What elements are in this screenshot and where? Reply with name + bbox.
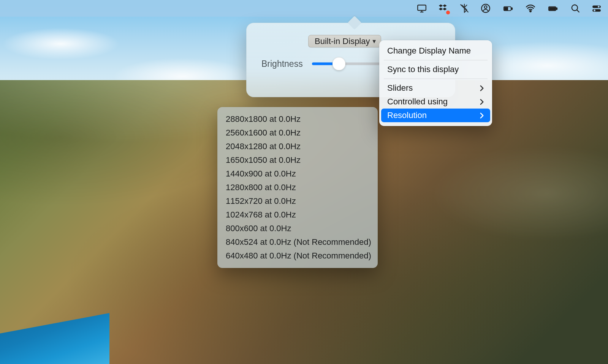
brightness-slider-thumb[interactable]: [332, 57, 345, 71]
search-icon[interactable]: [570, 3, 581, 14]
resolution-option-label: 1650x1050 at 0.0Hz: [226, 155, 301, 165]
resolution-option[interactable]: 800x600 at 0.0Hz: [226, 222, 369, 235]
resolution-option-label: 800x600 at 0.0Hz: [226, 224, 291, 233]
svg-rect-4: [511, 8, 513, 9]
menu-item-label: Change Display Name: [387, 46, 471, 56]
resolution-option-label: 2048x1280 at 0.0Hz: [226, 142, 301, 151]
svg-point-6: [530, 11, 531, 12]
menu-item-label: Resolution: [387, 110, 427, 120]
svg-rect-9: [549, 7, 555, 10]
display-menu-icon[interactable]: [416, 3, 427, 14]
resolution-option[interactable]: 1440x900 at 0.0Hz: [226, 167, 369, 181]
battery-icon[interactable]: [502, 3, 515, 14]
resolution-option[interactable]: 1152x720 at 0.0Hz: [226, 194, 369, 208]
menu-item-resolution[interactable]: Resolution: [381, 109, 490, 122]
menu-item-sliders[interactable]: Sliders: [381, 81, 490, 95]
brightness-label: Brightness: [261, 59, 303, 69]
dropdown-triangle-icon: ▼: [371, 38, 377, 44]
svg-rect-5: [504, 7, 508, 10]
chevron-right-icon: [480, 99, 484, 105]
chevron-right-icon: [480, 112, 484, 119]
display-select-dropdown[interactable]: Built-in Display ▼: [308, 35, 381, 47]
svg-rect-0: [418, 5, 426, 10]
svg-point-14: [594, 9, 595, 11]
menu-item-label: Sliders: [387, 83, 413, 93]
wifi-icon[interactable]: [525, 3, 536, 14]
user-icon[interactable]: [480, 3, 491, 14]
resolution-option-label: 1152x720 at 0.0Hz: [226, 196, 296, 206]
menu-item-controlled-using[interactable]: Controlled using: [381, 95, 490, 109]
menu-item-sync-to-display[interactable]: Sync to this display: [381, 63, 490, 76]
menu-bar: [0, 0, 608, 17]
resolution-option[interactable]: 1024x768 at 0.0Hz: [226, 208, 369, 222]
svg-rect-8: [556, 8, 557, 9]
resolution-option-label: 1024x768 at 0.0Hz: [226, 210, 296, 220]
resolution-option-label: 640x480 at 0.0Hz (Not Recommended): [226, 251, 371, 261]
resolution-option[interactable]: 1650x1050 at 0.0Hz: [226, 153, 369, 167]
resolution-option[interactable]: 840x524 at 0.0Hz (Not Recommended): [226, 235, 369, 249]
resolution-option-label: 1440x900 at 0.0Hz: [226, 169, 296, 179]
resolution-option[interactable]: 2880x1800 at 0.0Hz: [226, 112, 369, 126]
resolution-option-label: 2560x1600 at 0.0Hz: [226, 128, 301, 138]
menu-item-label: Controlled using: [387, 97, 448, 107]
menu-separator: [384, 79, 488, 79]
resolution-option[interactable]: 2048x1280 at 0.0Hz: [226, 140, 369, 153]
notification-badge: [446, 11, 450, 14]
resolution-option-label: 840x524 at 0.0Hz (Not Recommended): [226, 237, 371, 247]
resolution-option-label: 2880x1800 at 0.0Hz: [226, 114, 301, 124]
svg-point-2: [484, 6, 487, 8]
bluetooth-off-icon[interactable]: [459, 3, 470, 14]
display-select-label: Built-in Display: [315, 36, 370, 46]
resolution-option[interactable]: 2560x1600 at 0.0Hz: [226, 126, 369, 140]
display-context-menu: Change Display Name Sync to this display…: [379, 40, 492, 126]
svg-point-13: [598, 6, 600, 8]
control-center-icon[interactable]: [591, 3, 602, 14]
chevron-right-icon: [480, 85, 484, 91]
resolution-option[interactable]: 640x480 at 0.0Hz (Not Recommended): [226, 249, 369, 263]
resolution-option[interactable]: 1280x800 at 0.0Hz: [226, 181, 369, 194]
resolution-submenu: 2880x1800 at 0.0Hz 2560x1600 at 0.0Hz 20…: [217, 107, 378, 268]
resolution-option-label: 1280x800 at 0.0Hz: [226, 183, 296, 192]
battery-full-icon[interactable]: [546, 3, 559, 14]
menu-item-change-display-name[interactable]: Change Display Name: [381, 44, 490, 58]
menu-separator: [384, 60, 488, 60]
menu-item-label: Sync to this display: [387, 65, 459, 74]
dropbox-icon[interactable]: [438, 3, 448, 14]
